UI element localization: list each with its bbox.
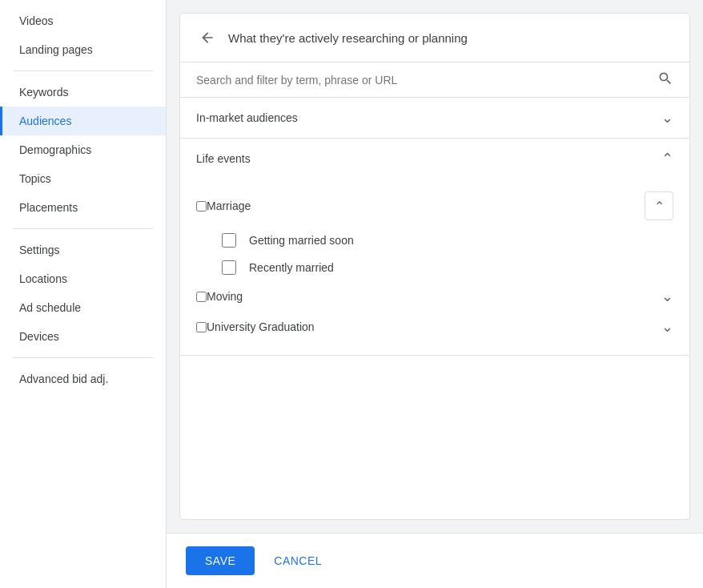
marriage-label: Marriage: [207, 199, 251, 212]
sidebar-item-label: Ad schedule: [19, 301, 81, 314]
panel-header: What they're actively researching or pla…: [180, 14, 689, 62]
getting-married-soon-checkbox[interactable]: [222, 233, 236, 248]
main-content: What they're actively researching or pla…: [167, 0, 703, 588]
marriage-checkbox[interactable]: [196, 201, 207, 211]
action-bar: SAVE CANCEL: [167, 533, 703, 588]
marriage-sub-items: Getting married soon Recently married: [196, 227, 673, 281]
university-checkbox[interactable]: [196, 322, 207, 332]
life-events-header[interactable]: Life events ⌃: [180, 139, 689, 179]
search-icon: [657, 70, 673, 89]
sidebar-item-label: Keywords: [19, 86, 68, 99]
sidebar-divider-2: [13, 228, 153, 229]
cancel-button[interactable]: CANCEL: [267, 546, 328, 575]
sidebar-divider-3: [13, 357, 153, 358]
life-events-label: Life events: [196, 152, 251, 165]
moving-chevron-icon: ⌄: [661, 288, 673, 305]
in-market-label: In-market audiences: [196, 111, 298, 124]
sidebar-item-label: Locations: [19, 272, 67, 285]
sidebar-item-demographics[interactable]: Demographics: [0, 135, 166, 164]
sidebar: Videos Landing pages Keywords Audiences …: [0, 0, 167, 588]
sidebar-item-label: Landing pages: [19, 43, 93, 56]
sidebar-item-keywords[interactable]: Keywords: [0, 78, 166, 107]
sidebar-item-advanced-bid[interactable]: Advanced bid adj.: [0, 364, 166, 393]
marriage-row: Marriage ⌃: [196, 185, 673, 227]
university-label: University Graduation: [207, 320, 315, 333]
sidebar-item-label: Settings: [19, 244, 60, 256]
sidebar-item-label: Placements: [19, 201, 78, 214]
getting-married-soon-label: Getting married soon: [249, 234, 354, 247]
life-events-section: Life events ⌃ Marriage ⌃: [180, 139, 689, 356]
sidebar-item-landing-pages[interactable]: Landing pages: [0, 35, 166, 64]
audience-panel: What they're actively researching or pla…: [179, 13, 690, 520]
sidebar-item-devices[interactable]: Devices: [0, 322, 166, 351]
chevron-up-icon: ⌃: [661, 150, 673, 167]
sidebar-item-settings[interactable]: Settings: [0, 236, 166, 264]
sidebar-item-label: Topics: [19, 172, 51, 185]
sidebar-item-label: Advanced bid adj.: [19, 373, 108, 385]
in-market-section: In-market audiences ⌄: [180, 98, 689, 139]
recently-married-item: Recently married: [222, 254, 673, 281]
chevron-down-icon: ⌄: [661, 109, 673, 127]
moving-checkbox[interactable]: [196, 292, 207, 302]
back-button[interactable]: [196, 26, 219, 49]
marriage-left: Marriage: [196, 199, 251, 212]
save-button[interactable]: SAVE: [186, 546, 255, 575]
university-chevron-icon: ⌄: [661, 318, 673, 336]
university-row: University Graduation ⌄: [196, 312, 673, 342]
search-bar: [180, 62, 689, 98]
sidebar-item-topics[interactable]: Topics: [0, 164, 166, 193]
recently-married-label: Recently married: [249, 261, 334, 274]
back-icon: [199, 30, 215, 46]
sidebar-divider: [13, 70, 153, 71]
chevron-up-small-icon: ⌃: [654, 199, 665, 214]
moving-row: Moving ⌄: [196, 281, 673, 312]
sidebar-item-locations[interactable]: Locations: [0, 264, 166, 293]
university-left: University Graduation: [196, 320, 315, 333]
in-market-header[interactable]: In-market audiences ⌄: [180, 98, 689, 138]
sidebar-item-ad-schedule[interactable]: Ad schedule: [0, 293, 166, 322]
sidebar-item-videos[interactable]: Videos: [0, 6, 166, 35]
sidebar-item-placements[interactable]: Placements: [0, 193, 166, 222]
sidebar-item-label: Videos: [19, 14, 54, 27]
marriage-expand-button[interactable]: ⌃: [645, 191, 673, 220]
getting-married-soon-item: Getting married soon: [222, 227, 673, 254]
sidebar-item-audiences[interactable]: Audiences: [0, 107, 166, 135]
sidebar-item-label: Devices: [19, 330, 59, 343]
sidebar-item-label: Demographics: [19, 143, 91, 156]
life-events-body: Marriage ⌃ Getting married soon Recently…: [180, 179, 689, 355]
panel-title: What they're actively researching or pla…: [228, 31, 468, 45]
moving-left: Moving: [196, 290, 243, 303]
search-input[interactable]: [196, 74, 657, 87]
recently-married-checkbox[interactable]: [222, 260, 236, 275]
sidebar-item-label: Audiences: [19, 115, 71, 127]
moving-label: Moving: [207, 290, 243, 303]
